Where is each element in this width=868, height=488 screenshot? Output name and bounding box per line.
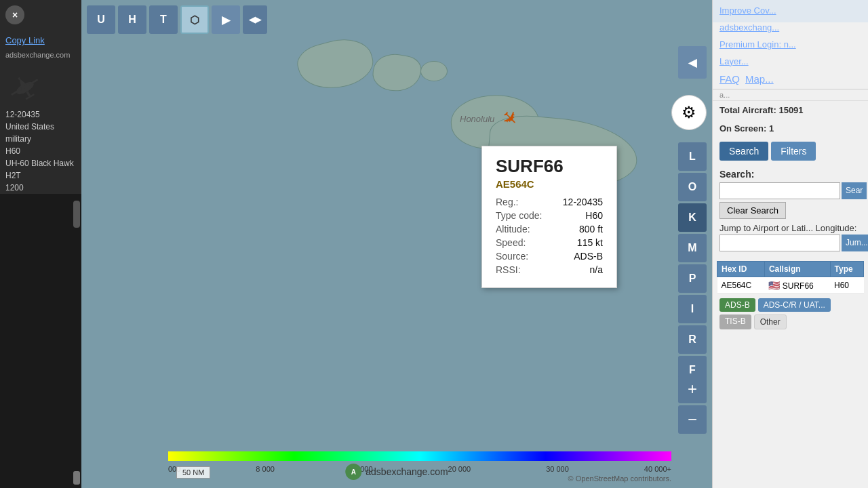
improve-coverage-link[interactable]: Improve Cov... (713, 0, 868, 22)
scale-bar: 50 NM (176, 466, 210, 478)
adsbexchange-link[interactable]: adsbexchang... (713, 22, 868, 34)
collapse-button[interactable]: ◀▶ (243, 5, 267, 34)
type-code-field: H60 (0, 145, 81, 157)
search-section-label: Search: (719, 169, 861, 180)
aircraft-popup: SURF66 AE564C Reg.: 12-20435 Type code: … (481, 146, 617, 288)
forward-button[interactable]: ▶ (212, 5, 240, 34)
rp-note: a... (713, 89, 868, 101)
table-row[interactable]: AE564C 🇺🇸 SURF66 H60 (717, 277, 864, 293)
back-button[interactable]: ◀ (678, 46, 707, 79)
popup-source-value: ADS-B (574, 251, 603, 262)
filters-tab-button[interactable]: Filters (771, 142, 816, 161)
gear-icon: ⚙ (682, 103, 696, 122)
u-button[interactable]: U (87, 5, 115, 34)
h-button[interactable]: H (118, 5, 146, 34)
nav-o-button[interactable]: O (678, 173, 707, 201)
zoom-out-button[interactable]: − (678, 405, 707, 434)
domain-label: adsbexchange.com (0, 51, 81, 64)
nav-m-button[interactable]: M (678, 234, 707, 262)
location-label: Honolulu (460, 114, 494, 124)
nav-k-button[interactable]: K (678, 203, 707, 232)
clear-search-button[interactable]: Clear Search (719, 202, 786, 219)
popup-alt-value: 800 ft (579, 224, 603, 235)
watermark-logo: A (345, 464, 361, 480)
result-callsign-text: SURF66 (783, 281, 814, 291)
total-aircraft-row: Total Aircraft: 15091 (713, 101, 868, 119)
nav-p-button[interactable]: P (678, 264, 707, 293)
total-aircraft-label: Total Aircraft: (719, 105, 776, 115)
search-input[interactable] (719, 182, 840, 199)
left-panel-scroll[interactable] (0, 194, 81, 488)
popup-rssi-row: RSSI: n/a (496, 264, 603, 275)
jump-input-row: Jum... (719, 235, 861, 251)
scale-label: 50 NM (176, 466, 210, 479)
land-mass-1 (294, 32, 378, 97)
popup-speed-value: 115 kt (577, 237, 603, 248)
back-panel: ◀ (678, 46, 707, 79)
close-icon: × (12, 9, 18, 20)
copy-link-button[interactable]: Copy Link (0, 30, 81, 51)
type-column-header: Type (830, 261, 863, 277)
adsb-source-badge[interactable]: ADS-B (719, 298, 755, 312)
scrollbar-thumb (73, 201, 80, 228)
source-section: ADS-B ADS-C/R / UAT... TIS-B Other (713, 294, 868, 333)
altitude-color-bar (168, 451, 671, 461)
settings-button[interactable]: ⚙ (671, 95, 707, 130)
map-link[interactable]: Map... (745, 73, 774, 85)
premium-login-link[interactable]: Premium Login: n... (713, 34, 868, 56)
faq-link[interactable]: FAQ (719, 73, 740, 85)
left-panel: × Copy Link adsbexchange.com 12-20435 Un… (0, 0, 81, 488)
copyright-notice: © OpenStreetMap contributors. (568, 474, 671, 483)
aircraft-silhouette-area (0, 64, 81, 108)
zoom-in-button[interactable]: + (678, 375, 707, 403)
tisb-source-badge[interactable]: TIS-B (719, 314, 751, 329)
full-name-field: UH-60 Black Hawk (0, 157, 81, 169)
t-button[interactable]: T (149, 5, 178, 34)
search-tab-button[interactable]: Search (719, 142, 768, 161)
layers-button[interactable]: ⬡ (180, 5, 209, 34)
other-source-badge[interactable]: Other (754, 314, 787, 329)
popup-alt-row: Altitude: 800 ft (496, 224, 603, 235)
popup-rssi-value: n/a (590, 264, 603, 275)
zoom-controls: + − (678, 375, 707, 434)
popup-type-value: H60 (585, 210, 603, 221)
on-screen-row: On Screen: 1 (713, 119, 868, 138)
aircraft-silhouette-svg (5, 71, 43, 102)
collapse-icon: ◀▶ (249, 15, 261, 24)
results-table: Hex ID Callsign Type AE564C 🇺🇸 SURF66 H6… (717, 261, 864, 294)
search-go-button[interactable]: Sear (842, 182, 867, 199)
faq-map-row: FAQ Map... (713, 69, 868, 89)
close-button[interactable]: × (5, 5, 24, 24)
popup-hexid: AE564C (496, 178, 603, 190)
result-hex-cell: AE564C (717, 277, 765, 293)
popup-rssi-label: RSSI: (496, 264, 521, 275)
cb-label-40000: 40 000+ (644, 465, 671, 473)
result-callsign-cell: 🇺🇸 SURF66 (764, 277, 830, 293)
popup-source-label: Source: (496, 251, 528, 262)
popup-alt-label: Altitude: (496, 224, 530, 235)
popup-reg-value: 12-20435 (563, 197, 603, 207)
altitude-field: 1200 (0, 182, 81, 194)
land-mass-2 (370, 50, 423, 95)
popup-reg-row: Reg.: 12-20435 (496, 197, 603, 207)
watermark-text: adsbexchange.com (366, 466, 448, 477)
nav-r-button[interactable]: R (678, 325, 707, 354)
popup-source-row: Source: ADS-B (496, 251, 603, 262)
search-filters-row: Search Filters (713, 138, 868, 165)
search-section: Search: Sear Clear Search Jump to Airpor… (713, 165, 868, 261)
side-nav: L O K M P I R F (678, 142, 707, 384)
callsign-column-header: Callsign (764, 261, 830, 277)
map-area[interactable]: U H T ⬡ ▶ ◀▶ ◀ ⚙ Honolulu ✈ SURF66 AE564… (81, 0, 712, 488)
popup-speed-row: Speed: 115 kt (496, 237, 603, 248)
layer-link[interactable]: Layer... (713, 56, 868, 69)
adsc-source-badge[interactable]: ADS-C/R / UAT... (758, 298, 831, 312)
flag-icon: 🇺🇸 (768, 280, 780, 291)
map-toolbar: U H T ⬡ ▶ ◀▶ (87, 5, 267, 34)
jump-go-button[interactable]: Jum... (842, 235, 868, 251)
popup-speed-label: Speed: (496, 237, 526, 248)
jump-input[interactable] (719, 235, 840, 251)
nav-i-button[interactable]: I (678, 295, 707, 323)
cb-label-20000: 20 000 (448, 465, 471, 473)
popup-type-label: Type code: (496, 210, 542, 221)
nav-l-button[interactable]: L (678, 142, 707, 171)
